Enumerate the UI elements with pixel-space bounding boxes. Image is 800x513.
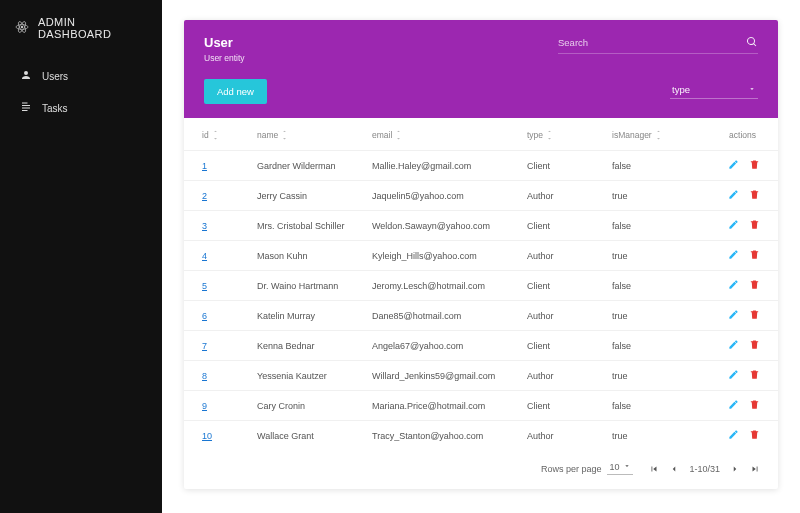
delete-icon[interactable]	[749, 309, 760, 322]
prev-page-button[interactable]	[669, 464, 679, 474]
cell-id: 2	[202, 191, 257, 201]
add-new-button[interactable]: Add new	[204, 79, 267, 104]
id-link[interactable]: 8	[202, 371, 207, 381]
cell-type: Client	[527, 161, 612, 171]
edit-icon[interactable]	[728, 369, 739, 382]
cell-id: 4	[202, 251, 257, 261]
cell-id: 5	[202, 281, 257, 291]
pager: 1-10/31	[649, 464, 760, 474]
cell-actions	[697, 279, 760, 292]
svg-point-0	[21, 26, 23, 28]
edit-icon[interactable]	[728, 399, 739, 412]
search-input[interactable]	[558, 35, 736, 50]
cell-email: Willard_Jenkins59@gmail.com	[372, 371, 527, 381]
id-link[interactable]: 6	[202, 311, 207, 321]
cell-name: Yessenia Kautzer	[257, 371, 372, 381]
page-title: User	[204, 35, 245, 50]
delete-icon[interactable]	[749, 279, 760, 292]
cell-actions	[697, 249, 760, 262]
delete-icon[interactable]	[749, 159, 760, 172]
id-link[interactable]: 10	[202, 431, 212, 441]
cell-type: Author	[527, 371, 612, 381]
table-header: id name email type isManager actions	[184, 118, 778, 150]
page-range: 1-10/31	[689, 464, 720, 474]
last-page-button[interactable]	[750, 464, 760, 474]
cell-type: Author	[527, 191, 612, 201]
nav-item-users[interactable]: Users	[0, 60, 162, 92]
th-id[interactable]: id	[202, 128, 257, 142]
sort-icon	[546, 128, 553, 142]
edit-icon[interactable]	[728, 159, 739, 172]
delete-icon[interactable]	[749, 339, 760, 352]
cell-id: 8	[202, 371, 257, 381]
first-page-button[interactable]	[649, 464, 659, 474]
table-row: 2Jerry CassinJaquelin5@yahoo.comAuthortr…	[184, 180, 778, 210]
th-name[interactable]: name	[257, 128, 372, 142]
search-field[interactable]	[558, 35, 758, 54]
cell-ismanager: true	[612, 191, 697, 201]
edit-icon[interactable]	[728, 339, 739, 352]
cell-actions	[697, 429, 760, 442]
table-row: 4Mason KuhnKyleigh_Hills@yahoo.comAuthor…	[184, 240, 778, 270]
cell-type: Client	[527, 341, 612, 351]
edit-icon[interactable]	[728, 429, 739, 442]
id-link[interactable]: 9	[202, 401, 207, 411]
next-page-button[interactable]	[730, 464, 740, 474]
cell-actions	[697, 219, 760, 232]
table-row: 3Mrs. Cristobal SchillerWeldon.Sawayn@ya…	[184, 210, 778, 240]
cell-actions	[697, 159, 760, 172]
nav: Users Tasks	[0, 54, 162, 130]
chevron-down-icon	[748, 84, 756, 95]
cell-type: Author	[527, 311, 612, 321]
type-filter-dropdown[interactable]: type	[670, 84, 758, 99]
cell-email: Tracy_Stanton@yahoo.com	[372, 431, 527, 441]
table-row: 10Wallace GrantTracy_Stanton@yahoo.comAu…	[184, 420, 778, 450]
cell-actions	[697, 189, 760, 202]
main: User User entity Add new type	[162, 0, 800, 513]
edit-icon[interactable]	[728, 249, 739, 262]
delete-icon[interactable]	[749, 249, 760, 262]
th-ismanager[interactable]: isManager	[612, 128, 697, 142]
nav-item-tasks[interactable]: Tasks	[0, 92, 162, 124]
type-filter-label: type	[672, 84, 690, 95]
table-row: 9Cary CroninMariana.Price@hotmail.comCli…	[184, 390, 778, 420]
cell-id: 7	[202, 341, 257, 351]
rpp-label: Rows per page	[541, 464, 602, 474]
id-link[interactable]: 5	[202, 281, 207, 291]
user-icon	[20, 69, 32, 83]
table-row: 7Kenna BednarAngela67@yahoo.comClientfal…	[184, 330, 778, 360]
th-email[interactable]: email	[372, 128, 527, 142]
tasks-icon	[20, 101, 32, 115]
id-link[interactable]: 7	[202, 341, 207, 351]
cell-name: Kenna Bednar	[257, 341, 372, 351]
delete-icon[interactable]	[749, 399, 760, 412]
cell-name: Wallace Grant	[257, 431, 372, 441]
delete-icon[interactable]	[749, 429, 760, 442]
edit-icon[interactable]	[728, 279, 739, 292]
delete-icon[interactable]	[749, 369, 760, 382]
cell-name: Jerry Cassin	[257, 191, 372, 201]
id-link[interactable]: 1	[202, 161, 207, 171]
sidebar: ADMIN DASHBOARD Users Tasks	[0, 0, 162, 513]
nav-item-label: Tasks	[42, 103, 68, 114]
search-icon	[746, 36, 758, 50]
delete-icon[interactable]	[749, 219, 760, 232]
cell-id: 6	[202, 311, 257, 321]
edit-icon[interactable]	[728, 219, 739, 232]
delete-icon[interactable]	[749, 189, 760, 202]
rpp-select[interactable]: 10	[607, 462, 633, 475]
cell-email: Mariana.Price@hotmail.com	[372, 401, 527, 411]
edit-icon[interactable]	[728, 309, 739, 322]
edit-icon[interactable]	[728, 189, 739, 202]
header-titles: User User entity	[204, 35, 245, 63]
cell-ismanager: true	[612, 251, 697, 261]
table-body: 1Gardner WildermanMallie.Haley@gmail.com…	[184, 150, 778, 450]
id-link[interactable]: 4	[202, 251, 207, 261]
nav-item-label: Users	[42, 71, 68, 82]
brand-title: ADMIN DASHBOARD	[38, 16, 148, 40]
cell-actions	[697, 309, 760, 322]
id-link[interactable]: 2	[202, 191, 207, 201]
id-link[interactable]: 3	[202, 221, 207, 231]
cell-ismanager: true	[612, 311, 697, 321]
th-type[interactable]: type	[527, 128, 612, 142]
